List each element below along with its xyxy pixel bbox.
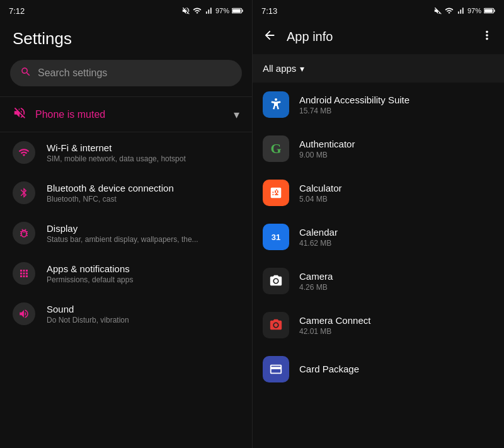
list-item[interactable]: Camera Connect 42.01 MB [253, 303, 504, 347]
app-text-accessibility: Android Accessibility Suite 15.74 MB [299, 95, 410, 115]
filter-bar[interactable]: All apps ▾ [253, 54, 504, 83]
app-info-panel: 7:13 97% App info All apps ▾ [252, 0, 504, 448]
app-icon-authenticator: G [263, 135, 289, 162]
app-size: 42.01 MB [299, 327, 370, 336]
settings-panel: 7:12 97% Settings Search settings [0, 0, 252, 448]
app-list: Android Accessibility Suite 15.74 MB G A… [253, 83, 504, 448]
app-name: Calculator [299, 183, 342, 193]
search-input[interactable]: Search settings [38, 67, 107, 79]
list-item[interactable]: G Authenticator 9.00 MB [253, 127, 504, 171]
app-text-camera-connect: Camera Connect 42.01 MB [299, 315, 370, 336]
settings-title: Settings [13, 29, 239, 49]
sound-item-text: Sound Do Not Disturb, vibration [47, 304, 129, 325]
wifi-title: Wi-Fi & internet [47, 142, 186, 153]
mute-icon [13, 106, 26, 123]
app-text-calendar: Calendar 41.62 MB [299, 227, 338, 248]
app-size: 5.04 MB [299, 195, 342, 204]
search-bar[interactable]: Search settings [10, 60, 242, 86]
display-item-text: Display Status bar, ambient display, wal… [47, 223, 198, 244]
back-button[interactable] [263, 28, 277, 45]
app-icon-calculator [263, 180, 289, 206]
battery-left: 97% [215, 7, 229, 14]
mute-text: Phone is muted [35, 109, 105, 120]
settings-item-sound[interactable]: Sound Do Not Disturb, vibration [0, 294, 252, 334]
bluetooth-title: Bluetooth & device connection [47, 183, 174, 193]
app-name: Camera Connect [299, 315, 370, 326]
battery-right: 97% [467, 7, 481, 14]
svg-rect-2 [232, 9, 241, 12]
apps-item-text: Apps & notifications Permissions, defaul… [47, 263, 133, 284]
apps-icon [13, 262, 35, 285]
list-item[interactable]: Card Package [253, 347, 504, 391]
sound-subtitle: Do Not Disturb, vibration [47, 316, 129, 325]
svg-rect-5 [484, 9, 493, 12]
app-info-title: App info [287, 30, 333, 44]
wifi-icon [13, 141, 35, 164]
mute-status-icon [181, 6, 190, 15]
app-name: Camera [299, 271, 333, 282]
chevron-down-icon: ▾ [234, 108, 239, 122]
settings-item-wifi[interactable]: Wi-Fi & internet SIM, mobile network, da… [0, 132, 252, 173]
app-icon-calendar: 31 [263, 224, 289, 250]
bluetooth-icon [13, 181, 35, 204]
time-right: 7:13 [261, 6, 277, 16]
svg-rect-4 [494, 9, 495, 12]
app-text-card-package: Card Package [299, 364, 359, 376]
display-subtitle: Status bar, ambient display, wallpapers,… [47, 235, 198, 244]
app-size: 9.00 MB [299, 151, 355, 159]
signal-icon [204, 6, 213, 15]
wifi-status-icon-right [445, 6, 454, 15]
wifi-item-text: Wi-Fi & internet SIM, mobile network, da… [47, 142, 186, 163]
app-info-left: App info [263, 28, 333, 45]
app-icon-accessibility [263, 91, 289, 118]
list-item[interactable]: 31 Calendar 41.62 MB [253, 215, 504, 259]
apps-title: Apps & notifications [47, 263, 133, 274]
display-icon [13, 222, 35, 244]
wifi-subtitle: SIM, mobile network, data usage, hotspot [47, 154, 186, 163]
settings-header: Settings [0, 19, 252, 54]
app-text-authenticator: Authenticator 9.00 MB [299, 139, 355, 159]
app-text-calculator: Calculator 5.04 MB [299, 183, 342, 204]
wifi-status-icon [193, 6, 202, 15]
app-name: Android Accessibility Suite [299, 95, 410, 105]
time-left: 7:12 [9, 6, 25, 16]
filter-label: All apps [263, 63, 296, 74]
battery-icon-left [232, 7, 243, 14]
app-icon-card-package [263, 356, 289, 382]
mute-status-icon-right [433, 6, 442, 15]
bluetooth-item-text: Bluetooth & device connection Bluetooth,… [47, 183, 174, 204]
status-icons-right: 97% [433, 6, 495, 15]
bluetooth-subtitle: Bluetooth, NFC, cast [47, 195, 174, 204]
status-icons-left: 97% [181, 6, 243, 15]
settings-item-display[interactable]: Display Status bar, ambient display, wal… [0, 213, 252, 253]
list-item[interactable]: Android Accessibility Suite 15.74 MB [253, 83, 504, 127]
search-icon [20, 66, 32, 80]
app-icon-camera-connect [263, 312, 289, 338]
app-size: 15.74 MB [299, 106, 410, 115]
more-options-button[interactable] [480, 28, 494, 45]
svg-rect-1 [242, 9, 243, 12]
app-name: Card Package [299, 364, 359, 374]
status-bar-left: 7:12 97% [0, 0, 252, 19]
filter-chevron-icon: ▾ [300, 64, 304, 74]
app-size: 41.62 MB [299, 239, 338, 248]
status-bar-right: 7:13 97% [253, 0, 504, 19]
mute-left: Phone is muted [13, 106, 105, 123]
signal-icon-right [456, 6, 465, 15]
display-title: Display [47, 223, 198, 234]
app-info-header: App info [253, 19, 504, 54]
sound-title: Sound [47, 304, 129, 314]
mute-banner[interactable]: Phone is muted ▾ [0, 96, 252, 132]
app-name: Authenticator [299, 139, 355, 149]
apps-subtitle: Permissions, default apps [47, 275, 133, 284]
list-item[interactable]: Camera 4.26 MB [253, 259, 504, 303]
settings-item-apps[interactable]: Apps & notifications Permissions, defaul… [0, 253, 252, 294]
list-item[interactable]: Calculator 5.04 MB [253, 171, 504, 215]
battery-icon-right [484, 7, 495, 14]
app-size: 4.26 MB [299, 283, 333, 292]
app-name: Calendar [299, 227, 338, 238]
app-icon-camera [263, 268, 289, 294]
app-text-camera: Camera 4.26 MB [299, 271, 333, 292]
sound-icon [13, 302, 35, 325]
settings-item-bluetooth[interactable]: Bluetooth & device connection Bluetooth,… [0, 173, 252, 213]
